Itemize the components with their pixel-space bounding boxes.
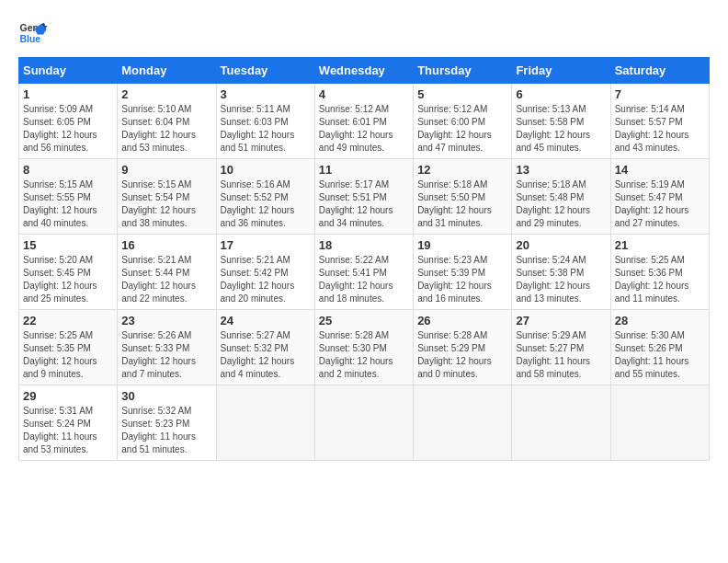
day-content: Sunrise: 5:28 AMSunset: 5:29 PMDaylight:… (417, 329, 507, 381)
day-header-sunday: Sunday (19, 58, 118, 84)
calendar-week-row: 29Sunrise: 5:31 AMSunset: 5:24 PMDayligh… (19, 385, 710, 461)
day-content: Sunrise: 5:18 AMSunset: 5:50 PMDaylight:… (417, 178, 507, 230)
day-cell: 14Sunrise: 5:19 AMSunset: 5:47 PMDayligh… (610, 159, 709, 235)
day-cell: 9Sunrise: 5:15 AMSunset: 5:54 PMDaylight… (118, 159, 216, 235)
day-content: Sunrise: 5:24 AMSunset: 5:38 PMDaylight:… (516, 254, 606, 305)
day-number: 25 (319, 314, 409, 327)
day-number: 21 (615, 238, 705, 252)
day-number: 3 (221, 87, 311, 101)
day-content: Sunrise: 5:23 AMSunset: 5:39 PMDaylight:… (417, 254, 507, 305)
day-header-thursday: Thursday (414, 58, 512, 84)
calendar-week-row: 1Sunrise: 5:09 AMSunset: 6:05 PMDaylight… (19, 84, 710, 159)
day-number: 17 (221, 238, 311, 252)
day-cell: 21Sunrise: 5:25 AMSunset: 5:36 PMDayligh… (610, 235, 709, 310)
day-number: 13 (516, 163, 606, 177)
day-cell: 5Sunrise: 5:12 AMSunset: 6:00 PMDaylight… (414, 84, 512, 159)
day-content: Sunrise: 5:18 AMSunset: 5:48 PMDaylight:… (516, 178, 606, 230)
day-cell: 20Sunrise: 5:24 AMSunset: 5:38 PMDayligh… (512, 235, 610, 310)
day-header-tuesday: Tuesday (216, 58, 314, 84)
day-number: 16 (121, 238, 211, 252)
day-number: 4 (319, 87, 409, 101)
svg-text:Blue: Blue (20, 34, 41, 44)
day-content: Sunrise: 5:15 AMSunset: 5:55 PMDaylight:… (23, 178, 113, 230)
day-number: 15 (23, 238, 113, 252)
day-content: Sunrise: 5:14 AMSunset: 5:57 PMDaylight:… (615, 103, 705, 155)
day-content: Sunrise: 5:32 AMSunset: 5:23 PMDaylight:… (121, 405, 211, 456)
day-content: Sunrise: 5:17 AMSunset: 5:51 PMDaylight:… (319, 178, 409, 230)
day-content: Sunrise: 5:10 AMSunset: 6:04 PMDaylight:… (121, 103, 211, 155)
day-content: Sunrise: 5:27 AMSunset: 5:32 PMDaylight:… (221, 329, 311, 381)
day-cell: 6Sunrise: 5:13 AMSunset: 5:58 PMDaylight… (512, 84, 610, 159)
day-cell: 10Sunrise: 5:16 AMSunset: 5:52 PMDayligh… (216, 159, 314, 235)
day-number: 8 (23, 163, 113, 177)
empty-day-cell (610, 385, 709, 461)
day-cell: 1Sunrise: 5:09 AMSunset: 6:05 PMDaylight… (19, 84, 118, 159)
day-cell: 26Sunrise: 5:28 AMSunset: 5:29 PMDayligh… (414, 310, 512, 385)
day-number: 11 (319, 163, 409, 177)
day-header-friday: Friday (512, 58, 610, 84)
day-cell: 29Sunrise: 5:31 AMSunset: 5:24 PMDayligh… (19, 385, 118, 461)
day-cell: 25Sunrise: 5:28 AMSunset: 5:30 PMDayligh… (314, 310, 413, 385)
day-cell: 13Sunrise: 5:18 AMSunset: 5:48 PMDayligh… (512, 159, 610, 235)
day-cell: 3Sunrise: 5:11 AMSunset: 6:03 PMDaylight… (216, 84, 314, 159)
empty-day-cell (414, 385, 512, 461)
day-number: 1 (23, 87, 113, 101)
day-cell: 28Sunrise: 5:30 AMSunset: 5:26 PMDayligh… (610, 310, 709, 385)
day-content: Sunrise: 5:21 AMSunset: 5:42 PMDaylight:… (221, 254, 311, 305)
day-number: 14 (615, 163, 705, 177)
day-number: 20 (516, 238, 606, 252)
day-cell: 12Sunrise: 5:18 AMSunset: 5:50 PMDayligh… (414, 159, 512, 235)
empty-day-cell (216, 385, 314, 461)
day-content: Sunrise: 5:21 AMSunset: 5:44 PMDaylight:… (121, 254, 211, 305)
day-cell: 27Sunrise: 5:29 AMSunset: 5:27 PMDayligh… (512, 310, 610, 385)
day-number: 12 (417, 163, 507, 177)
day-content: Sunrise: 5:15 AMSunset: 5:54 PMDaylight:… (121, 178, 211, 230)
day-number: 5 (417, 87, 507, 101)
day-header-wednesday: Wednesday (314, 58, 413, 84)
day-cell: 22Sunrise: 5:25 AMSunset: 5:35 PMDayligh… (19, 310, 118, 385)
day-content: Sunrise: 5:20 AMSunset: 5:45 PMDaylight:… (23, 254, 113, 305)
day-cell: 18Sunrise: 5:22 AMSunset: 5:41 PMDayligh… (314, 235, 413, 310)
day-content: Sunrise: 5:31 AMSunset: 5:24 PMDaylight:… (23, 405, 113, 456)
day-cell: 23Sunrise: 5:26 AMSunset: 5:33 PMDayligh… (118, 310, 216, 385)
day-content: Sunrise: 5:29 AMSunset: 5:27 PMDaylight:… (516, 329, 606, 381)
page-header: General Blue (18, 18, 710, 48)
day-cell: 2Sunrise: 5:10 AMSunset: 6:04 PMDaylight… (118, 84, 216, 159)
day-content: Sunrise: 5:30 AMSunset: 5:26 PMDaylight:… (615, 329, 705, 381)
day-number: 10 (221, 163, 311, 177)
calendar-table: SundayMondayTuesdayWednesdayThursdayFrid… (18, 57, 710, 461)
day-content: Sunrise: 5:19 AMSunset: 5:47 PMDaylight:… (615, 178, 705, 230)
day-number: 2 (121, 87, 211, 101)
day-cell: 19Sunrise: 5:23 AMSunset: 5:39 PMDayligh… (414, 235, 512, 310)
day-content: Sunrise: 5:28 AMSunset: 5:30 PMDaylight:… (319, 329, 409, 381)
day-number: 9 (121, 163, 211, 177)
day-cell: 24Sunrise: 5:27 AMSunset: 5:32 PMDayligh… (216, 310, 314, 385)
day-content: Sunrise: 5:26 AMSunset: 5:33 PMDaylight:… (121, 329, 211, 381)
day-content: Sunrise: 5:12 AMSunset: 6:01 PMDaylight:… (319, 103, 409, 155)
calendar-week-row: 15Sunrise: 5:20 AMSunset: 5:45 PMDayligh… (19, 235, 710, 310)
day-cell: 7Sunrise: 5:14 AMSunset: 5:57 PMDaylight… (610, 84, 709, 159)
day-header-saturday: Saturday (610, 58, 709, 84)
calendar-header-row: SundayMondayTuesdayWednesdayThursdayFrid… (19, 58, 710, 84)
day-header-monday: Monday (118, 58, 216, 84)
day-cell: 17Sunrise: 5:21 AMSunset: 5:42 PMDayligh… (216, 235, 314, 310)
day-cell: 4Sunrise: 5:12 AMSunset: 6:01 PMDaylight… (314, 84, 413, 159)
day-content: Sunrise: 5:25 AMSunset: 5:35 PMDaylight:… (23, 329, 113, 381)
day-content: Sunrise: 5:12 AMSunset: 6:00 PMDaylight:… (417, 103, 507, 155)
day-number: 6 (516, 87, 606, 101)
day-cell: 30Sunrise: 5:32 AMSunset: 5:23 PMDayligh… (118, 385, 216, 461)
logo-icon: General Blue (18, 18, 48, 48)
day-number: 22 (23, 314, 113, 327)
day-number: 28 (615, 314, 705, 327)
calendar-week-row: 8Sunrise: 5:15 AMSunset: 5:55 PMDaylight… (19, 159, 710, 235)
day-content: Sunrise: 5:25 AMSunset: 5:36 PMDaylight:… (615, 254, 705, 305)
day-number: 30 (121, 389, 211, 403)
day-number: 7 (615, 87, 705, 101)
day-content: Sunrise: 5:16 AMSunset: 5:52 PMDaylight:… (221, 178, 311, 230)
day-number: 29 (23, 389, 113, 403)
day-number: 23 (121, 314, 211, 327)
day-cell: 8Sunrise: 5:15 AMSunset: 5:55 PMDaylight… (19, 159, 118, 235)
day-number: 24 (221, 314, 311, 327)
day-number: 18 (319, 238, 409, 252)
day-content: Sunrise: 5:11 AMSunset: 6:03 PMDaylight:… (221, 103, 311, 155)
